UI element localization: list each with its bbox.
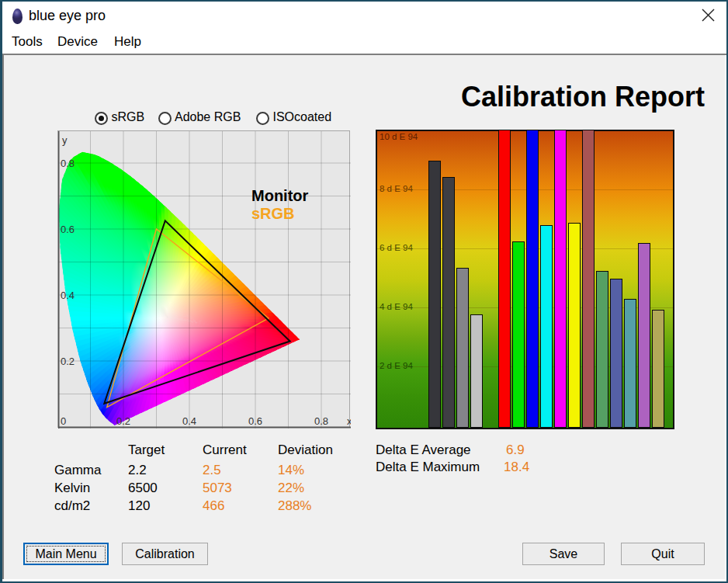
svg-text:0.8: 0.8 <box>61 158 75 169</box>
svg-text:y: y <box>62 134 68 146</box>
svg-text:0: 0 <box>61 415 66 427</box>
svg-text:0.6: 0.6 <box>248 415 262 427</box>
svg-text:0.2: 0.2 <box>61 356 75 367</box>
svg-text:0.2: 0.2 <box>116 415 130 427</box>
svg-text:x: x <box>347 415 351 427</box>
svg-text:0.6: 0.6 <box>61 224 75 235</box>
svg-text:0.4: 0.4 <box>182 415 196 427</box>
svg-text:0.4: 0.4 <box>61 290 75 301</box>
svg-text:0.8: 0.8 <box>314 415 328 427</box>
